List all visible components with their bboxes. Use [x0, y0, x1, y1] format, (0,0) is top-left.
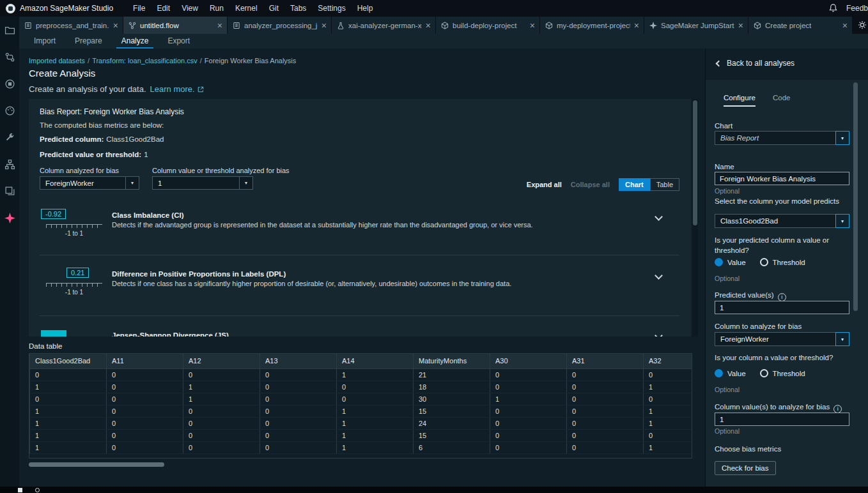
chevron-down-icon[interactable]	[655, 331, 663, 337]
metric-row-class-imbalance[interactable]: -0.92 -1 to 1 Class Imbalance (CI) Detec…	[40, 206, 679, 255]
data-table-horizontal-scrollbar[interactable]	[29, 462, 692, 467]
chevron-down-icon[interactable]: ▾	[835, 131, 849, 145]
metric-scale-ruler	[46, 283, 102, 287]
open-tabs-icon[interactable]	[4, 186, 15, 197]
menu-item-run[interactable]: Run	[204, 0, 229, 17]
radio-value[interactable]: Value	[715, 369, 746, 377]
tab-build-deploy-project[interactable]: build-deploy-project ×	[436, 17, 540, 34]
check-for-bias-button[interactable]: Check for bias	[715, 461, 776, 475]
tab-code[interactable]: Code	[773, 94, 791, 105]
breadcrumb-transform[interactable]: Transform: loan_classification.csv	[92, 57, 198, 64]
menu-item-file[interactable]: File	[127, 0, 151, 17]
radio-selected-icon[interactable]	[715, 369, 723, 377]
tab-create-project[interactable]: Create project ×	[748, 17, 853, 34]
tab-analyze[interactable]: Analyze	[116, 34, 154, 49]
menu-item-help[interactable]: Help	[352, 0, 379, 17]
column-value-or-threshold-question: Is your column a value or threshold?	[715, 353, 849, 363]
close-icon[interactable]: ×	[530, 21, 535, 30]
back-to-analyses-link[interactable]: Back to all analyses	[717, 59, 794, 68]
metric-row-jensen-shannon[interactable]: Jensen-Shannon Divergence (JS)	[40, 328, 679, 337]
running-terminals-icon[interactable]	[4, 79, 15, 89]
panel-scrollbar-thumb[interactable]	[853, 82, 858, 311]
radio-value[interactable]: Value	[715, 258, 746, 266]
close-icon[interactable]: ×	[217, 21, 222, 30]
learn-more-text: Learn more.	[150, 84, 195, 94]
table-cell: 0	[183, 441, 260, 453]
scrollbar-thumb[interactable]	[29, 462, 164, 467]
menu-item-settings[interactable]: Settings	[312, 0, 351, 17]
analysis-name-input[interactable]	[715, 172, 849, 185]
predicted-column-select[interactable]: Class1Good2Bad ▾	[715, 214, 849, 228]
tab-sagemaker-jumpstart[interactable]: SageMaker JumpStart ×	[644, 17, 748, 34]
column-to-analyze-select[interactable]: ForeignWorker ▾	[715, 332, 849, 346]
tab-export[interactable]: Export	[162, 34, 195, 49]
close-icon[interactable]: ×	[842, 21, 848, 30]
info-icon[interactable]: i	[778, 293, 786, 301]
expand-all-button[interactable]: Expand all	[527, 181, 562, 188]
property-inspector-wrench-icon[interactable]	[4, 132, 15, 143]
menu-item-git[interactable]: Git	[263, 0, 284, 17]
bias-value-label: Column value or threshold analyzed for b…	[152, 167, 290, 174]
radio-threshold[interactable]: Threshold	[760, 369, 805, 377]
table-cell: 1	[337, 429, 414, 441]
feedback-link[interactable]: Feedback	[846, 0, 868, 17]
file-browser-icon[interactable]	[4, 25, 15, 36]
tab-untitled-flow[interactable]: untitled.flow ×	[123, 17, 228, 34]
jumpstart-rail-icon[interactable]	[4, 213, 15, 224]
tab-configure[interactable]: Configure	[724, 94, 756, 107]
menu-item-edit[interactable]: Edit	[151, 0, 176, 17]
chart-toggle-button[interactable]: Chart	[619, 178, 650, 191]
git-icon[interactable]	[4, 52, 15, 63]
close-icon[interactable]: ×	[113, 21, 118, 30]
table-cell: 0	[183, 368, 260, 381]
gear-icon[interactable]	[858, 20, 867, 29]
notifications-bell-icon[interactable]	[828, 3, 838, 13]
learn-more-link[interactable]: Learn more.	[150, 84, 204, 94]
chevron-down-icon[interactable]: ▾	[835, 214, 849, 228]
close-icon[interactable]: ×	[634, 21, 639, 30]
collapse-all-button[interactable]: Collapse all	[571, 181, 610, 188]
bias-value-select[interactable]: 1 ▾	[152, 176, 253, 190]
bias-column-select[interactable]: ForeignWorker ▾	[40, 176, 139, 190]
radio-selected-icon[interactable]	[715, 258, 723, 266]
table-cell: 15	[414, 405, 490, 417]
close-icon[interactable]: ×	[426, 21, 431, 30]
close-icon[interactable]: ×	[738, 21, 743, 30]
menu-item-tabs[interactable]: Tabs	[284, 0, 312, 17]
cluster-icon[interactable]	[4, 159, 15, 170]
menu-item-view[interactable]: View	[176, 0, 204, 17]
commands-palette-icon[interactable]	[4, 105, 15, 116]
chevron-down-icon[interactable]	[655, 271, 663, 280]
breadcrumb-imported-datasets[interactable]: Imported datasets	[29, 57, 85, 64]
info-icon[interactable]: i	[833, 405, 842, 413]
metric-row-dpl[interactable]: 0.21 -1 to 1 Difference in Positive Prop…	[40, 265, 679, 316]
predicted-values-input[interactable]	[715, 301, 849, 314]
radio-threshold[interactable]: Threshold	[760, 258, 805, 266]
close-icon[interactable]: ×	[322, 21, 327, 30]
chevron-down-icon[interactable]: ▾	[239, 177, 252, 189]
tab-xai-analyzer[interactable]: xai-analyzer-german-xgb20 ×	[332, 17, 436, 34]
column-values-input[interactable]	[715, 413, 849, 426]
chevron-down-icon[interactable]: ▾	[125, 177, 139, 189]
tab-my-deployment-project[interactable]: my-deployment-project ×	[540, 17, 644, 34]
tab-analyzer-processing-job[interactable]: analyzer_processing_job_ru ×	[228, 17, 332, 34]
table-cell: 0	[567, 381, 644, 393]
radio-unselected-icon[interactable]	[760, 369, 768, 377]
chart-type-select[interactable]: Bias Report ▾	[715, 131, 849, 145]
table-toggle-button[interactable]: Table	[650, 178, 679, 191]
report-scrollbar[interactable]	[692, 99, 698, 337]
scrollbar-thumb[interactable]	[693, 100, 697, 225]
optional-hint: Optional	[715, 427, 740, 435]
kernel-status-icon[interactable]	[35, 488, 40, 492]
menu-item-kernel[interactable]: Kernel	[229, 0, 263, 17]
tab-preprocess-and-train[interactable]: preprocess_and_train.ipynb ×	[19, 17, 123, 34]
table-cell: 0	[107, 441, 183, 453]
chevron-down-icon[interactable]	[655, 213, 663, 221]
tab-prepare[interactable]: Prepare	[70, 34, 107, 49]
chevron-down-icon[interactable]: ▾	[835, 332, 849, 346]
experiment-icon	[336, 21, 345, 29]
terminal-status-icon[interactable]	[18, 488, 22, 492]
table-row: 0000121000	[30, 368, 693, 381]
tab-import[interactable]: Import	[29, 34, 61, 49]
radio-unselected-icon[interactable]	[760, 258, 768, 266]
